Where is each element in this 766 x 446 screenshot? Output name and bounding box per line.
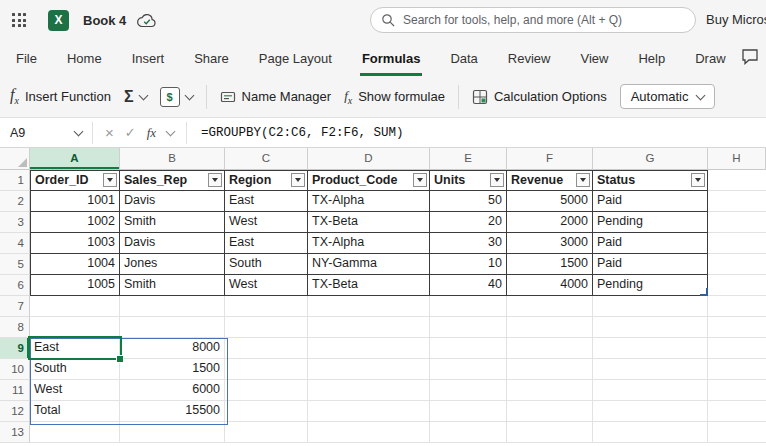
cell[interactable] xyxy=(430,422,507,443)
tab-view[interactable]: View xyxy=(578,40,610,76)
formula-input[interactable]: =GROUPBY(C2:C6, F2:F6, SUM) xyxy=(201,126,404,140)
app-launcher-icon[interactable] xyxy=(12,13,26,27)
cell-a1[interactable]: Order_ID xyxy=(30,170,120,191)
tab-data[interactable]: Data xyxy=(448,40,479,76)
cell-b10[interactable]: 1500 xyxy=(120,359,225,380)
cell-d1[interactable]: Product_Code xyxy=(308,170,430,191)
column-header-f[interactable]: F xyxy=(507,148,593,170)
cell[interactable] xyxy=(593,422,708,443)
cell[interactable] xyxy=(593,317,708,338)
column-header-b[interactable]: B xyxy=(120,148,225,170)
cell-b2[interactable]: Davis xyxy=(120,191,225,212)
cell[interactable] xyxy=(225,296,308,317)
cell-c6[interactable]: West xyxy=(225,275,308,296)
tab-page-layout[interactable]: Page Layout xyxy=(257,40,334,76)
cell-a10[interactable]: South xyxy=(30,359,120,380)
cell[interactable] xyxy=(430,317,507,338)
cell-a9-active[interactable]: East xyxy=(30,338,120,359)
row-header-4[interactable]: 4 xyxy=(0,233,30,254)
filter-button[interactable] xyxy=(413,173,427,187)
filter-button[interactable] xyxy=(291,173,305,187)
cell-e6[interactable]: 40 xyxy=(430,275,507,296)
cell-e3[interactable]: 20 xyxy=(430,212,507,233)
cell[interactable] xyxy=(593,359,708,380)
cell[interactable] xyxy=(593,380,708,401)
row-header-11[interactable]: 11 xyxy=(0,380,30,401)
row-header-3[interactable]: 3 xyxy=(0,212,30,233)
cell[interactable] xyxy=(308,380,430,401)
select-all-button[interactable] xyxy=(0,148,30,170)
cell[interactable] xyxy=(430,401,507,422)
cell-f3[interactable]: 2000 xyxy=(507,212,593,233)
cell-f2[interactable]: 5000 xyxy=(507,191,593,212)
cell-a4[interactable]: 1003 xyxy=(30,233,120,254)
cell[interactable] xyxy=(120,296,225,317)
cell-b1[interactable]: Sales_Rep xyxy=(120,170,225,191)
cell[interactable] xyxy=(507,296,593,317)
cell[interactable] xyxy=(507,359,593,380)
cell-f5[interactable]: 1500 xyxy=(507,254,593,275)
search-input[interactable] xyxy=(401,12,685,28)
row-header-7[interactable]: 7 xyxy=(0,296,30,317)
cell-h1[interactable] xyxy=(708,170,766,191)
buy-microsoft-365-button[interactable]: Buy Microso xyxy=(706,12,766,27)
cell-c3[interactable]: West xyxy=(225,212,308,233)
cell[interactable] xyxy=(507,317,593,338)
column-header-d[interactable]: D xyxy=(308,148,430,170)
tab-review[interactable]: Review xyxy=(506,40,553,76)
cell[interactable] xyxy=(708,380,766,401)
cell-b11[interactable]: 6000 xyxy=(120,380,225,401)
cell-g2[interactable]: Paid xyxy=(593,191,708,212)
cell[interactable] xyxy=(225,380,308,401)
cell-c4[interactable]: East xyxy=(225,233,308,254)
row-header-12[interactable]: 12 xyxy=(0,401,30,422)
cell-g4[interactable]: Paid xyxy=(593,233,708,254)
cell-a2[interactable]: 1001 xyxy=(30,191,120,212)
tab-draw[interactable]: Draw xyxy=(693,40,727,76)
tab-share[interactable]: Share xyxy=(192,40,231,76)
cell[interactable] xyxy=(708,296,766,317)
insert-function-fx-button[interactable]: fx xyxy=(147,125,156,141)
autosum-button[interactable]: Σ xyxy=(124,88,147,106)
cell[interactable] xyxy=(120,317,225,338)
cell-g6[interactable]: Pending xyxy=(593,275,708,296)
tab-formulas[interactable]: Formulas xyxy=(360,40,423,76)
cell-b9[interactable]: 8000 xyxy=(120,338,225,359)
cell[interactable] xyxy=(708,401,766,422)
name-manager-button[interactable]: Name Manager xyxy=(220,89,332,105)
insert-function-button[interactable]: fx Insert Function xyxy=(10,86,111,106)
cell[interactable] xyxy=(225,338,308,359)
cell[interactable] xyxy=(225,401,308,422)
cell[interactable] xyxy=(507,338,593,359)
cell[interactable] xyxy=(225,359,308,380)
cell-d6[interactable]: TX-Beta xyxy=(308,275,430,296)
cell-g3[interactable]: Pending xyxy=(593,212,708,233)
cell[interactable] xyxy=(30,317,120,338)
filter-button[interactable] xyxy=(208,173,222,187)
cell[interactable] xyxy=(708,317,766,338)
cell[interactable] xyxy=(308,317,430,338)
cell-h6[interactable] xyxy=(708,275,766,296)
column-header-e[interactable]: E xyxy=(430,148,507,170)
cell-b3[interactable]: Smith xyxy=(120,212,225,233)
cell[interactable] xyxy=(708,422,766,443)
row-header-9[interactable]: 9 xyxy=(0,338,30,359)
cell-e1[interactable]: Units xyxy=(430,170,507,191)
cell-h5[interactable] xyxy=(708,254,766,275)
cell[interactable] xyxy=(308,338,430,359)
column-header-g[interactable]: G xyxy=(593,148,708,170)
workbook-title[interactable]: Book 4 xyxy=(83,13,126,28)
cell[interactable] xyxy=(30,422,120,443)
cell-d3[interactable]: TX-Beta xyxy=(308,212,430,233)
filter-button[interactable] xyxy=(576,173,590,187)
tab-file[interactable]: File xyxy=(14,40,39,76)
cell[interactable] xyxy=(507,401,593,422)
filter-button[interactable] xyxy=(103,173,117,187)
cell-e4[interactable]: 30 xyxy=(430,233,507,254)
cell[interactable] xyxy=(225,317,308,338)
cancel-button[interactable]: × xyxy=(105,125,114,140)
cell-f6[interactable]: 4000 xyxy=(507,275,593,296)
tab-home[interactable]: Home xyxy=(65,40,104,76)
tab-help[interactable]: Help xyxy=(636,40,667,76)
cell-c5[interactable]: South xyxy=(225,254,308,275)
